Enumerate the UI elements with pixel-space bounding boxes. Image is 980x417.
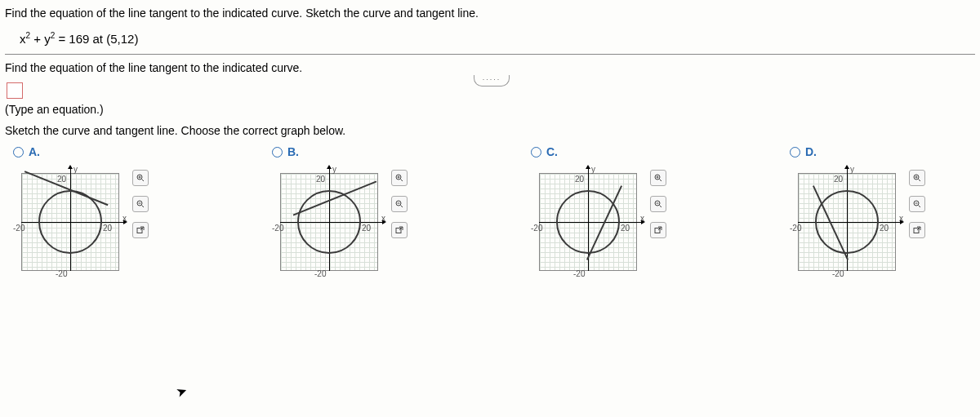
xmin-label: -20 bbox=[790, 224, 801, 233]
separator bbox=[5, 54, 975, 55]
svg-line-28 bbox=[919, 180, 921, 182]
svg-line-23 bbox=[660, 206, 662, 208]
graph-d: y x 20 -20 20 -20 bbox=[790, 165, 904, 279]
y-label: y bbox=[332, 165, 336, 174]
zoom-in-icon[interactable] bbox=[909, 170, 925, 186]
x-label: x bbox=[381, 214, 385, 223]
radio-b[interactable] bbox=[272, 147, 283, 157]
zoom-out-icon[interactable] bbox=[132, 196, 149, 212]
radio-d[interactable] bbox=[790, 147, 800, 157]
choice-a-label: A. bbox=[29, 145, 40, 158]
x-label: x bbox=[899, 214, 903, 223]
graph-b: y x 20 -20 20 -20 bbox=[272, 165, 386, 279]
xmax-label: 20 bbox=[880, 224, 889, 233]
choice-a: A. y x 20 -20 20 -20 bbox=[13, 145, 198, 279]
choice-d-label: D. bbox=[805, 145, 817, 158]
ymin-label: -20 bbox=[314, 269, 326, 278]
y-label: y bbox=[591, 165, 595, 174]
separator-handle[interactable]: ····· bbox=[474, 75, 510, 87]
choice-b: B. y x 20 -20 20 -20 bbox=[272, 145, 457, 279]
zoom-out-icon[interactable] bbox=[909, 196, 925, 212]
sketch-prompt: Sketch the curve and tangent line. Choos… bbox=[5, 124, 975, 137]
zoom-in-icon[interactable] bbox=[650, 170, 666, 186]
zoom-in-icon[interactable] bbox=[391, 170, 408, 186]
popout-icon[interactable] bbox=[650, 222, 666, 238]
choice-b-label: B. bbox=[287, 145, 299, 158]
svg-line-10 bbox=[401, 180, 403, 182]
svg-line-5 bbox=[142, 206, 145, 208]
graph-c: y x 20 -20 20 -20 bbox=[531, 165, 645, 279]
ymax-label: 20 bbox=[575, 175, 584, 184]
svg-line-19 bbox=[660, 180, 662, 182]
zoom-out-icon[interactable] bbox=[650, 196, 666, 212]
xmin-label: -20 bbox=[13, 224, 24, 233]
ymax-label: 20 bbox=[316, 175, 325, 184]
xmax-label: 20 bbox=[103, 224, 112, 233]
answer-hint: (Type an equation.) bbox=[5, 103, 975, 116]
svg-line-32 bbox=[919, 206, 921, 208]
popout-icon[interactable] bbox=[391, 222, 408, 238]
cursor-icon: ➤ bbox=[174, 382, 189, 400]
radio-c[interactable] bbox=[531, 147, 541, 157]
zoom-in-icon[interactable] bbox=[132, 170, 149, 186]
ymin-label: -20 bbox=[832, 269, 844, 278]
choice-c: C. y x 20 -20 20 -20 bbox=[531, 145, 716, 279]
equation: x2 + y2 = 169 at (5,12) bbox=[5, 28, 975, 54]
y-label: y bbox=[74, 165, 78, 174]
popout-icon[interactable] bbox=[132, 222, 149, 238]
ymax-label: 20 bbox=[57, 175, 66, 184]
ymin-label: -20 bbox=[56, 269, 67, 278]
zoom-out-icon[interactable] bbox=[391, 196, 408, 212]
radio-a[interactable] bbox=[13, 147, 24, 157]
y-label: y bbox=[850, 165, 854, 174]
tangent-prompt: Find the equation of the line tangent to… bbox=[5, 61, 975, 74]
svg-line-14 bbox=[401, 206, 403, 208]
xmax-label: 20 bbox=[621, 224, 630, 233]
graph-a: y x 20 -20 20 -20 bbox=[13, 165, 127, 279]
question-intro: Find the equation of the line tangent to… bbox=[5, 7, 975, 20]
choice-d: D. y x 20 -20 20 -20 bbox=[790, 145, 975, 279]
x-label: x bbox=[122, 214, 127, 223]
xmin-label: -20 bbox=[272, 224, 283, 233]
ymax-label: 20 bbox=[834, 175, 843, 184]
svg-line-1 bbox=[142, 180, 145, 182]
xmax-label: 20 bbox=[362, 224, 371, 233]
popout-icon[interactable] bbox=[909, 222, 925, 238]
choice-c-label: C. bbox=[546, 145, 558, 158]
ymin-label: -20 bbox=[573, 269, 585, 278]
xmin-label: -20 bbox=[531, 224, 542, 233]
answer-input[interactable] bbox=[7, 82, 23, 99]
x-label: x bbox=[640, 214, 644, 223]
